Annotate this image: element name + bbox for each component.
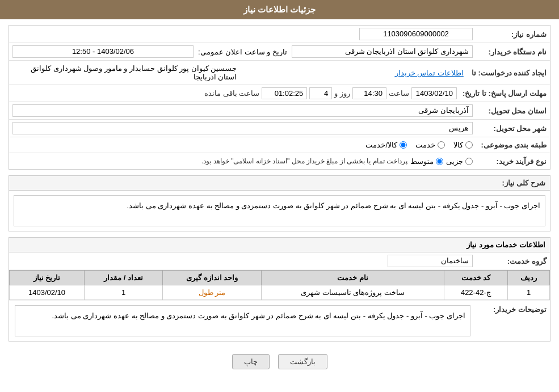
category-option-service: خدمت <box>415 141 445 149</box>
category-label-goods: کالا <box>453 141 463 149</box>
creator-label: ایجاد کننده درخواست: تا <box>466 69 547 77</box>
services-table: ردیف کد خدمت نام خدمت واحد اندازه گیری ت… <box>9 270 550 300</box>
group-value: ساختمان <box>388 255 473 267</box>
city-value: هریس <box>12 122 473 134</box>
page-title: جزئیات اطلاعات نیاز <box>243 5 316 14</box>
city-row: شهر محل تحویل: هریس <box>9 120 550 137</box>
col-date: تاریخ نیاز <box>10 271 85 285</box>
purchase-desc: پرداخت تمام یا بخشی از مبلغ خریداز محل "… <box>201 157 407 165</box>
col-index: ردیف <box>508 271 550 285</box>
purchase-type-minor: جزیی <box>446 157 473 166</box>
request-number-row: شماره نیاز: 1103090609000002 <box>9 26 550 43</box>
services-title: اطلاعات خدمات مورد نیاز <box>9 238 550 252</box>
description-label: شرح کلی نیاز: <box>502 179 545 187</box>
category-radio-goods[interactable] <box>465 141 473 149</box>
cell-date: 1403/02/10 <box>10 285 85 300</box>
cell-name: ساخت پروژه‌های تاسیسات شهری <box>262 285 444 300</box>
days-label: روز و <box>334 89 350 98</box>
date-announce-label: تاریخ و ساعت اعلان عمومی: <box>194 48 292 56</box>
purchase-type-options: جزیی متوسط پرداخت تمام یا بخشی از مبلغ خ… <box>12 157 473 166</box>
description-header: شرح کلی نیاز: <box>9 176 550 191</box>
main-form: شماره نیاز: 1103090609000002 نام دستگاه … <box>9 25 550 170</box>
category-radio-service[interactable] <box>438 141 445 149</box>
buyer-notes-value: اجرای جوب - آبرو - جدول یکرفه - بتن لیسه… <box>15 305 470 336</box>
page-header: جزئیات اطلاعات نیاز <box>0 0 559 19</box>
date-announce-value: 1403/02/06 - 12:50 <box>12 45 194 58</box>
purchase-type-row: نوع فرآیند خرید: جزیی متوسط پرداخت تمام … <box>9 153 550 169</box>
cell-qty: 1 <box>85 285 163 300</box>
request-number-value: 1103090609000002 <box>359 28 473 40</box>
buyer-notes-label: توضیحات خریدار: <box>473 303 547 314</box>
category-option-both: کالا/خدمت <box>365 141 407 149</box>
col-qty: تعداد / مقدار <box>85 271 163 285</box>
category-option-goods: کالا <box>453 141 473 149</box>
province-label: استان محل تحویل: <box>473 107 547 115</box>
buyer-notes-section: توضیحات خریدار: اجرای جوب - آبرو - جدول … <box>9 300 550 341</box>
org-name-value: شهرداری کلوانق استان اذربایجان شرقی <box>292 45 473 58</box>
remaining-time: 01:02:25 <box>262 87 307 99</box>
category-row: طبقه بندی موضوعی: کالا خدمت کالا/خدمت <box>9 137 550 153</box>
cell-index: 1 <box>508 285 550 300</box>
purchase-label-medium: متوسط <box>410 157 434 166</box>
creator-value: جسسین کیوان پور کلوانق حسابدار و مامور و… <box>12 63 239 82</box>
services-section: اطلاعات خدمات مورد نیاز گروه خدمت: ساختم… <box>9 237 550 342</box>
col-name: نام خدمت <box>262 271 444 285</box>
category-radio-both[interactable] <box>400 141 407 149</box>
purchase-radio-medium[interactable] <box>436 158 443 165</box>
province-value: آذربایجان شرقی <box>12 104 473 117</box>
deadline-row: مهلت ارسال پاسخ: تا تاریخ: 1403/02/10 سا… <box>9 85 550 102</box>
purchase-radio-minor[interactable] <box>465 158 473 165</box>
col-code: کد خدمت <box>444 271 507 285</box>
request-number-label: شماره نیاز: <box>473 30 547 39</box>
response-days: 4 <box>309 87 332 99</box>
category-label: طبقه بندی موضوعی: <box>473 141 547 149</box>
buttons-row: بازگشت چاپ <box>9 347 550 376</box>
org-name-label: نام دستگاه خریدار: <box>473 48 547 56</box>
print-button[interactable]: چاپ <box>232 354 270 369</box>
time-label: ساعت <box>389 89 409 98</box>
table-row: 1 ج-42-422 ساخت پروژه‌های تاسیسات شهری م… <box>10 285 550 300</box>
response-date: 1403/02/10 <box>411 87 457 99</box>
response-time: 14:30 <box>352 87 386 99</box>
purchase-type-label: نوع فرآیند خرید: <box>473 157 547 166</box>
col-unit: واحد اندازه گیری <box>163 271 262 285</box>
table-header-row: ردیف کد خدمت نام خدمت واحد اندازه گیری ت… <box>10 271 550 285</box>
group-row: گروه خدمت: ساختمان <box>9 252 550 270</box>
group-label: گروه خدمت: <box>473 257 547 265</box>
category-label-both: کالا/خدمت <box>365 141 397 149</box>
city-label: شهر محل تحویل: <box>473 124 547 133</box>
deadline-values: 1403/02/10 ساعت 14:30 روز و 4 01:02:25 س… <box>12 87 457 99</box>
cell-unit: متر طول <box>163 285 262 300</box>
purchase-label-minor: جزیی <box>446 157 463 166</box>
cell-code: ج-42-422 <box>444 285 507 300</box>
deadline-label: مهلت ارسال پاسخ: تا تاریخ: <box>457 89 547 98</box>
category-label-service: خدمت <box>415 141 435 149</box>
purchase-type-medium: متوسط <box>410 157 443 166</box>
back-button[interactable]: بازگشت <box>278 354 327 369</box>
services-table-container: ردیف کد خدمت نام خدمت واحد اندازه گیری ت… <box>9 270 550 300</box>
province-row: استان محل تحویل: آذربایجان شرقی <box>9 102 550 120</box>
category-options: کالا خدمت کالا/خدمت <box>12 141 473 149</box>
creator-row: ایجاد کننده درخواست: تا اطلاعات تماس خری… <box>9 61 550 85</box>
description-section: شرح کلی نیاز: اجرای جوب - آبرو - جدول یک… <box>9 175 550 231</box>
org-date-row: نام دستگاه خریدار: شهرداری کلوانق استان … <box>9 43 550 61</box>
remaining-label: ساعت باقی مانده <box>204 89 259 98</box>
creator-link[interactable]: اطلاعات تماس خریدار <box>239 68 465 78</box>
description-value: اجرای جوب - آبرو - جدول یکرفه - بتن لیسه… <box>14 195 545 226</box>
